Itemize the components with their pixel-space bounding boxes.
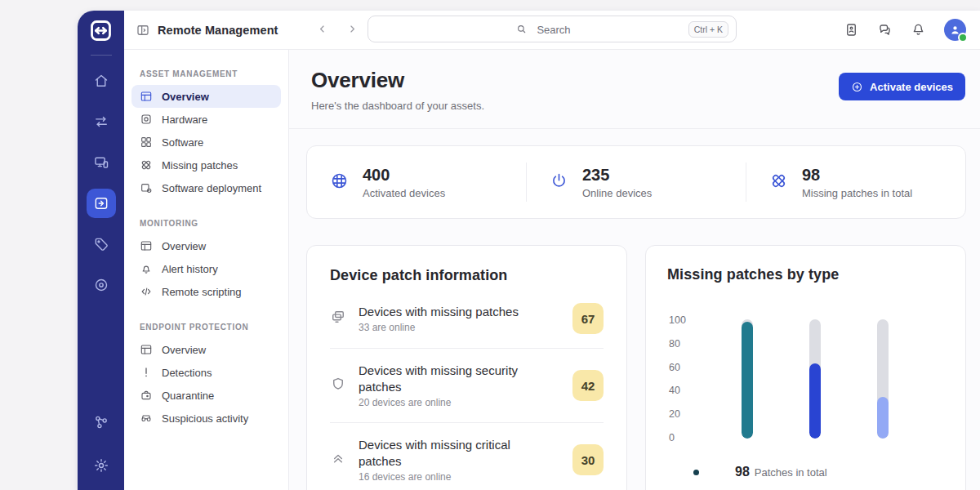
topbar: Remote Management Ctrl + K: [124, 11, 980, 49]
device-patch-card: Device patch information Devices with mi…: [306, 245, 627, 490]
stat-label: Missing patches in total: [802, 187, 912, 199]
legend-dot: [693, 470, 699, 475]
notifications-button[interactable]: [911, 22, 926, 38]
sidebar-item-label: Alert history: [162, 263, 218, 275]
rail-item-settings[interactable]: [87, 451, 116, 480]
sidebar-item-detections[interactable]: Detections: [131, 361, 281, 384]
stat-online-devices: 235Online devices: [526, 163, 746, 202]
search-input[interactable]: [368, 16, 739, 43]
rail-nav: [87, 66, 116, 300]
bar-track: [877, 319, 889, 439]
history-nav: [316, 23, 359, 38]
rail-item-service-queue[interactable]: [87, 270, 116, 300]
sidebar-item-software[interactable]: Software: [131, 131, 281, 154]
bar-chart: 100806040200: [667, 319, 944, 443]
sidebar-item-overview[interactable]: Overview: [131, 338, 281, 361]
sidebar-item-overview[interactable]: Overview: [131, 234, 281, 257]
app-title: Remote Management: [158, 24, 278, 37]
search-icon: [515, 23, 528, 38]
patch-icon: [769, 172, 788, 190]
patch-item-label: Devices with missing critical patches: [359, 437, 532, 469]
settings-icon: [93, 457, 109, 474]
patch-icon: [140, 158, 153, 172]
patch-count-badge: 42: [572, 370, 604, 401]
mask-icon: [140, 412, 153, 425]
device-patch-card-title: Device patch information: [330, 267, 604, 284]
tag-icon: [93, 236, 109, 252]
patch-count-badge: 30: [572, 444, 604, 475]
page-subtitle: Here's the dashboard of your assets.: [311, 100, 484, 112]
y-axis-tick: 0: [669, 432, 698, 443]
teamviewer-logo[interactable]: [88, 18, 114, 46]
integrations-icon: [93, 414, 109, 430]
deploy-icon: [140, 181, 153, 194]
connections-icon: [93, 114, 109, 130]
rail-item-tag[interactable]: [87, 229, 116, 259]
rail-item-remote-management[interactable]: [87, 189, 116, 218]
avatar[interactable]: [944, 19, 966, 41]
stat-label: Online devices: [582, 187, 652, 199]
rail-item-devices[interactable]: [87, 148, 116, 177]
panel-toggle-icon: [136, 23, 150, 38]
activate-devices-button[interactable]: Activate devices: [839, 73, 965, 100]
rail-item-connections[interactable]: [87, 107, 116, 136]
y-axis-tick: 100: [669, 314, 698, 326]
forward-button[interactable]: [346, 23, 359, 38]
stats-card: 400Activated devices235Online devices98M…: [306, 145, 966, 219]
chart-legend: 98Patches in total63Security patches: [667, 465, 944, 490]
stat-value: 235: [582, 166, 652, 185]
exclamation-icon: [140, 366, 153, 379]
bar-0: [742, 322, 753, 439]
sidebar-item-quarantine[interactable]: Quarantine: [131, 384, 281, 407]
patch-item-icon-wrap: [330, 309, 346, 328]
plus-circle-icon: [851, 81, 863, 93]
nav-section-title: ASSET MANAGEMENT: [140, 69, 288, 78]
sidebar-item-remote-scripting[interactable]: Remote scripting: [131, 280, 281, 303]
panel-toggle-button[interactable]: [136, 23, 150, 38]
sidebar-item-alert-history[interactable]: Alert history: [131, 257, 281, 280]
rail-item-home[interactable]: [87, 66, 116, 96]
bar-2: [877, 397, 889, 439]
rail-item-integrations[interactable]: [87, 408, 116, 437]
bar-track: [809, 319, 821, 439]
search-bar[interactable]: Ctrl + K: [368, 16, 737, 42]
sidebar-item-hardware[interactable]: Hardware: [131, 108, 281, 131]
sidebar-item-label: Missing patches: [162, 159, 238, 172]
chat-button[interactable]: [877, 22, 893, 38]
back-button[interactable]: [316, 23, 328, 38]
patch-item-icon-wrap: [330, 450, 346, 470]
device-contacts-button[interactable]: [844, 22, 859, 38]
sidebar-item-missing-patches[interactable]: Missing patches: [131, 154, 281, 176]
patch-list-item[interactable]: Devices with missing critical patches16 …: [330, 422, 604, 490]
table-icon: [140, 90, 153, 103]
patch-list: Devices with missing patches33 are onlin…: [330, 289, 604, 490]
patch-list-item[interactable]: Devices with missing patches33 are onlin…: [330, 289, 604, 348]
stat-icon-wrap: [330, 172, 349, 194]
sidebar-item-label: Overview: [162, 344, 206, 356]
legend-value: 98: [735, 465, 750, 479]
sidebar-item-suspicious-activity[interactable]: Suspicious activity: [131, 407, 281, 430]
patch-list-item[interactable]: Devices with missing security patches20 …: [330, 348, 604, 422]
sidebar-item-overview[interactable]: Overview: [131, 85, 281, 108]
plus-circle-icon: [851, 81, 863, 93]
bar-track: [742, 319, 753, 439]
sidebar-item-label: Overview: [162, 91, 209, 103]
sidebar-item-label: Suspicious activity: [162, 412, 248, 425]
stat-icon-wrap: [550, 172, 568, 194]
remote-management-icon: [93, 195, 109, 212]
legend-item: 98Patches in total: [693, 465, 944, 479]
bell-icon: [911, 22, 926, 38]
nav-section-title: MONITORING: [140, 219, 288, 228]
shield-icon: [330, 376, 346, 392]
nav-section-title: ENDPOINT PROTECTION: [140, 323, 288, 332]
section-divider: [289, 128, 980, 129]
code-icon: [140, 285, 153, 298]
patch-item-label: Devices with missing security patches: [359, 363, 532, 394]
online-status-dot: [958, 33, 968, 42]
stat-missing-patches-in-total: 98Missing patches in total: [746, 163, 965, 202]
table-icon: [140, 343, 153, 356]
chevrons-up-icon: [330, 450, 346, 466]
sidebar-item-software-deployment[interactable]: Software deployment: [131, 176, 281, 199]
sidebar-item-label: Quarantine: [162, 390, 214, 402]
grid-circle-icon: [330, 172, 349, 190]
